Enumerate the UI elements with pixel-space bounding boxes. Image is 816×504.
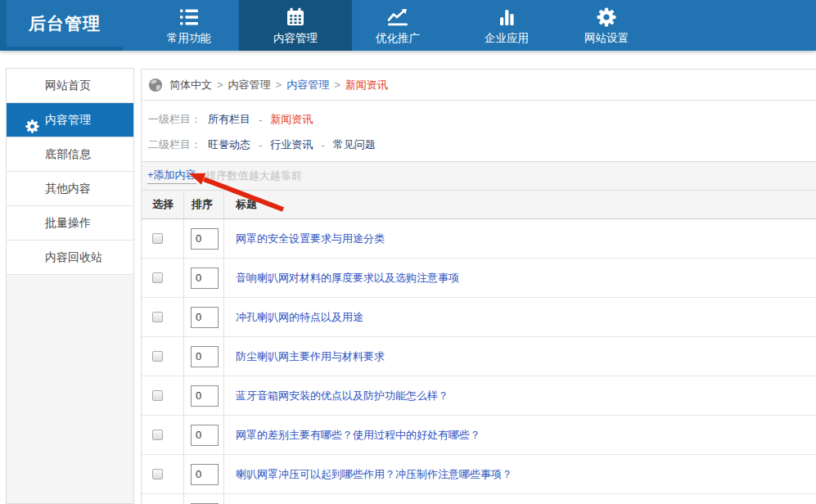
filter-link-all-categories[interactable]: 所有栏目 <box>208 112 250 127</box>
sidebar-item-label: 批量操作 <box>45 216 91 229</box>
row-title-link[interactable]: 蓝牙音箱网安装的优点以及防护功能怎么样？ <box>236 389 449 403</box>
sort-input[interactable] <box>191 346 219 367</box>
breadcrumb-current: 新闻资讯 <box>345 78 388 92</box>
sidebar-item-other-content[interactable]: 其他内容 <box>7 172 133 206</box>
category-filters: 一级栏目： 所有栏目 - 新闻资讯 二级栏目： 旺誉动态 - 行业资讯 - 常见… <box>142 101 816 161</box>
table-header-row: 选择 排序 标题 <box>142 191 816 219</box>
main-panel: 简体中文 > 内容管理 > 内容管理 > 新闻资讯 一级栏目： 所有栏目 - 新… <box>141 69 816 504</box>
table-row: 蓝牙音箱网安装的优点以及防护功能怎么样？ <box>142 376 816 416</box>
top-nav-bar: 后台管理 常用功能 <box>0 0 816 51</box>
table-row: 防尘喇叭网主要作用与材料要求 <box>142 337 816 376</box>
admin-backend-screen: 后台管理 常用功能 <box>0 0 816 504</box>
sidebar-item-label: 网站首页 <box>45 79 91 92</box>
breadcrumb-separator: > <box>276 79 282 91</box>
table-row: 音响喇叭网对材料的厚度要求以及选购注意事项 <box>142 259 816 298</box>
table-row: 喇叭网罩冲压可以起到哪些作用？冲压制作注意哪些事项？ <box>142 455 816 494</box>
nav-label: 网站设置 <box>584 31 629 46</box>
breadcrumb-separator: > <box>334 79 340 91</box>
sidebar: 网站首页 内容管理 底部信息 其他内容 <box>6 68 134 504</box>
globe-icon <box>148 78 163 92</box>
breadcrumb-item: 内容管理 <box>228 78 271 92</box>
content-table: +添加内容 排序数值越大越靠前 选择 排序 标题 网罩的安全设置要求与用途分类 … <box>142 161 816 504</box>
table-row <box>142 494 816 504</box>
row-checkbox[interactable] <box>152 390 163 401</box>
filter-level1: 一级栏目： 所有栏目 - 新闻资讯 <box>148 112 816 127</box>
add-content-link[interactable]: +添加内容 <box>147 168 196 184</box>
sidebar-item-label: 其他内容 <box>45 182 91 195</box>
nav-item-site-settings[interactable]: 网站设置 <box>557 0 656 51</box>
row-title-link[interactable]: 防尘喇叭网主要作用与材料要求 <box>236 349 385 364</box>
sidebar-item-content-management[interactable]: 内容管理 <box>7 103 133 137</box>
sort-hint-text: 排序数值越大越靠前 <box>206 169 302 183</box>
sidebar-item-batch-operations[interactable]: 批量操作 <box>7 206 133 241</box>
filter-separator: - <box>259 114 262 126</box>
trend-icon <box>387 6 409 29</box>
breadcrumb-separator: > <box>217 79 223 91</box>
sidebar-item-label: 内容管理 <box>45 113 91 126</box>
sort-input[interactable] <box>191 425 219 446</box>
column-header-title: 标题 <box>224 191 816 218</box>
row-title-link[interactable]: 网罩的安全设置要求与用途分类 <box>236 232 385 246</box>
sidebar-item-recycle-bin[interactable]: 内容回收站 <box>7 241 133 275</box>
row-checkbox[interactable] <box>152 233 163 244</box>
filter-separator: - <box>321 139 324 151</box>
bars-icon <box>497 6 516 29</box>
table-row: 冲孔喇叭网的特点以及用途 <box>142 298 816 337</box>
filter-link-faq[interactable]: 常见问题 <box>333 137 376 152</box>
filter-separator: - <box>259 139 262 151</box>
sort-input[interactable] <box>191 307 219 328</box>
nav-item-seo-promotion[interactable]: 优化推广 <box>352 0 444 51</box>
sidebar-item-footer-info[interactable]: 底部信息 <box>7 137 133 172</box>
nav-item-content-management[interactable]: 内容管理 <box>239 0 352 51</box>
sort-input[interactable] <box>191 385 219 407</box>
top-nav: 常用功能 内容管理 <box>0 0 816 51</box>
row-title-link[interactable]: 喇叭网罩冲压可以起到哪些作用？冲压制作注意哪些事项？ <box>236 467 512 482</box>
sort-input[interactable] <box>191 464 219 485</box>
table-toolbar: +添加内容 排序数值越大越靠前 <box>142 162 816 191</box>
row-checkbox[interactable] <box>152 272 163 283</box>
table-row: 网罩的差别主要有哪些？使用过程中的好处有哪些？ <box>142 416 816 455</box>
table-row: 网罩的安全设置要求与用途分类 <box>142 219 816 259</box>
filter-level2: 二级栏目： 旺誉动态 - 行业资讯 - 常见问题 <box>148 137 816 152</box>
breadcrumb-item: 简体中文 <box>169 78 212 92</box>
sort-input[interactable] <box>191 228 219 250</box>
row-checkbox[interactable] <box>152 312 163 322</box>
nav-item-enterprise-apps[interactable]: 企业应用 <box>457 0 557 51</box>
breadcrumb-link-content-management[interactable]: 内容管理 <box>286 78 329 92</box>
filter-label: 一级栏目： <box>148 112 201 127</box>
column-header-sort: 排序 <box>184 191 224 218</box>
breadcrumb: 简体中文 > 内容管理 > 内容管理 > 新闻资讯 <box>142 70 816 101</box>
filter-link-company-news[interactable]: 旺誉动态 <box>208 137 250 152</box>
list-icon <box>178 6 200 29</box>
row-title-link[interactable]: 冲孔喇叭网的特点以及用途 <box>236 310 363 325</box>
row-title-link[interactable]: 音响喇叭网对材料的厚度要求以及选购注意事项 <box>236 271 459 286</box>
sidebar-item-label: 内容回收站 <box>45 250 102 263</box>
sidebar-filler <box>7 275 133 503</box>
nav-label: 优化推广 <box>376 31 420 46</box>
filter-link-industry-news[interactable]: 行业资讯 <box>270 137 313 152</box>
sidebar-item-label: 底部信息 <box>45 147 91 160</box>
column-header-select: 选择 <box>142 191 184 218</box>
sort-input[interactable] <box>191 268 219 289</box>
nav-label: 内容管理 <box>273 31 318 46</box>
sidebar-item-home[interactable]: 网站首页 <box>7 69 133 103</box>
gear-icon <box>597 6 616 29</box>
nav-item-common-functions[interactable]: 常用功能 <box>141 0 237 51</box>
row-checkbox[interactable] <box>152 469 163 479</box>
row-checkbox[interactable] <box>152 351 163 362</box>
row-checkbox[interactable] <box>152 430 163 440</box>
nav-label: 常用功能 <box>167 31 211 46</box>
row-title-link[interactable]: 网罩的差别主要有哪些？使用过程中的好处有哪些？ <box>236 428 480 443</box>
filter-link-news[interactable]: 新闻资讯 <box>270 112 313 127</box>
calendar-icon <box>286 6 305 29</box>
nav-label: 企业应用 <box>485 31 529 46</box>
filter-label: 二级栏目： <box>148 137 201 152</box>
